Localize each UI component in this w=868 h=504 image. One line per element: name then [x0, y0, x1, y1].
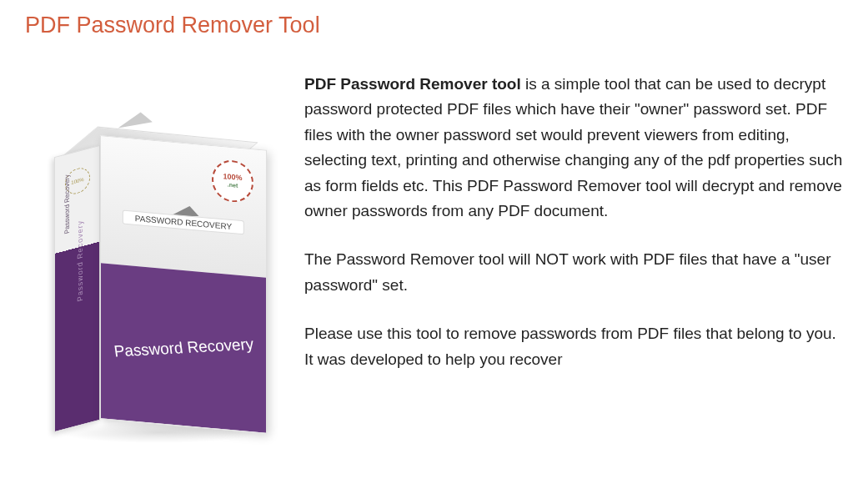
box-front-face: 100% .net PDFTECHNOLOGIES PASSWORD RECOV…: [100, 135, 267, 433]
intro-text: is a simple tool that can be used to dec…: [304, 75, 842, 219]
description-column: PDF Password Remover tool is a simple to…: [304, 72, 843, 396]
box-spine: 100% Password Recovery Password Recovery: [54, 145, 100, 433]
page-title: PDF Password Remover Tool: [25, 13, 843, 38]
product-box-illustration: 100% Password Recovery Password Recovery…: [25, 109, 267, 435]
brand-logo: PDFTECHNOLOGIES PASSWORD RECOVERY: [142, 203, 225, 232]
box-title-text: Password Recovery: [113, 335, 254, 361]
guarantee-badge: 100% .net: [212, 159, 253, 204]
content-row: 100% Password Recovery Password Recovery…: [25, 72, 843, 435]
product-image-column: 100% Password Recovery Password Recovery…: [25, 72, 275, 435]
intro-bold: PDF Password Remover tool: [304, 75, 521, 93]
intro-paragraph: PDF Password Remover tool is a simple to…: [304, 72, 843, 224]
usage-paragraph: Please use this tool to remove passwords…: [304, 321, 843, 372]
limitation-paragraph: The Password Remover tool will NOT work …: [304, 247, 843, 298]
